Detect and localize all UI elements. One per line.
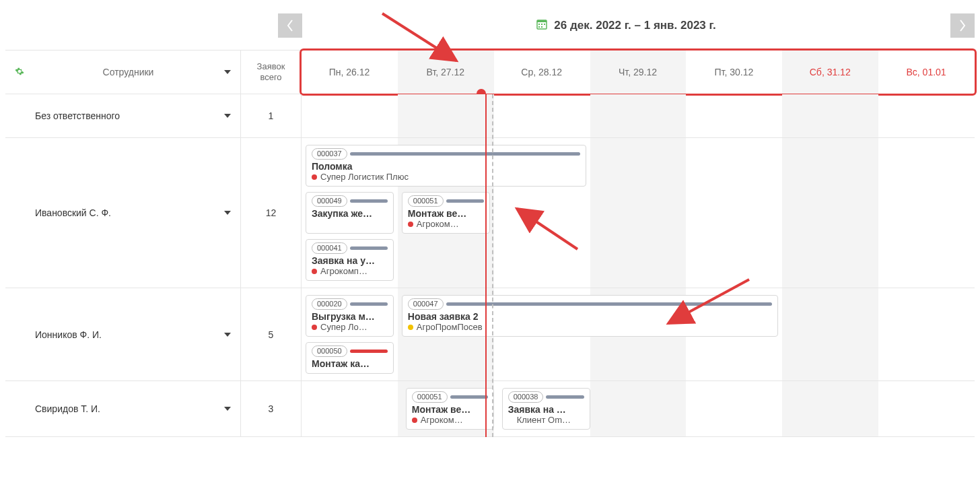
day-header-6[interactable]: Вс, 01.01: [878, 51, 975, 94]
task-client: Агрокомп…: [312, 266, 388, 276]
task-progress-bar: [350, 350, 388, 353]
employee-row-header[interactable]: Свиридов Т. И.: [5, 381, 241, 436]
day-header-2[interactable]: Ср, 28.12: [494, 51, 590, 94]
day-header-3[interactable]: Чт, 29.12: [590, 51, 687, 94]
task-card[interactable]: 000047 Новая заявка 2 АгроПромПосев: [402, 295, 778, 337]
caret-down-icon[interactable]: [224, 407, 231, 411]
employee-task-count: 12: [241, 138, 302, 288]
employee-task-count: 1: [241, 94, 302, 137]
employee-name: Без ответственного: [15, 110, 120, 121]
task-client: Супер Логистик Плюс: [312, 172, 580, 182]
svg-rect-6: [541, 26, 542, 28]
task-title: Выгрузка м…: [312, 311, 388, 322]
task-title: Заявка на у…: [312, 255, 388, 266]
task-id: 000020: [312, 298, 347, 310]
svg-rect-2: [538, 24, 540, 25]
caret-down-icon[interactable]: [224, 114, 231, 118]
total-column-header: Заявоквсего: [241, 51, 302, 94]
task-client: Супер Ло…: [312, 322, 388, 332]
prev-week-button[interactable]: [278, 13, 302, 38]
task-title: Монтаж ве…: [412, 404, 488, 415]
employee-row-header[interactable]: Без ответственного: [5, 94, 241, 137]
employee-name: Ионников Ф. И.: [15, 329, 102, 340]
task-progress-bar: [350, 302, 388, 306]
caret-down-icon[interactable]: [224, 211, 231, 215]
task-title: Монтаж ве…: [408, 208, 484, 219]
task-id: 000038: [508, 391, 544, 403]
task-id: 000051: [412, 391, 448, 403]
svg-rect-1: [537, 20, 547, 22]
task-card[interactable]: 000020 Выгрузка м… Супер Ло…: [306, 295, 394, 337]
date-range-text: 26 дек. 2022 г. – 1 янв. 2023 г.: [554, 19, 715, 32]
employee-task-count: 5: [241, 288, 302, 380]
task-client: Клиент Om…: [508, 415, 584, 425]
task-card[interactable]: 000050 Монтаж ка…: [306, 342, 394, 374]
task-id: 000049: [312, 195, 347, 207]
caret-down-icon[interactable]: [224, 70, 231, 74]
task-title: Заявка на …: [508, 404, 584, 415]
task-title: Монтаж ка…: [312, 358, 388, 369]
employees-column-header[interactable]: Сотрудники: [5, 51, 241, 94]
employee-lane: 000020 Выгрузка м… Супер Ло… 000047 Нова…: [302, 288, 975, 380]
task-progress-bar: [446, 302, 773, 306]
task-title: Поломка: [312, 161, 580, 172]
date-range-label[interactable]: 26 дек. 2022 г. – 1 янв. 2023 г.: [302, 19, 950, 32]
task-card[interactable]: 000038 Заявка на … Клиент Om…: [502, 388, 590, 430]
task-title: Закупка же…: [312, 208, 388, 219]
day-header-5[interactable]: Сб, 31.12: [782, 51, 878, 94]
day-header-0[interactable]: Пн, 26.12: [302, 51, 398, 94]
task-client: Агроком…: [412, 415, 488, 425]
task-id: 000050: [312, 345, 347, 357]
caret-down-icon[interactable]: [224, 333, 231, 337]
employees-title: Сотрудники: [32, 67, 224, 77]
task-card[interactable]: 000051 Монтаж ве… Агроком…: [406, 388, 494, 430]
gear-icon[interactable]: [15, 67, 24, 78]
task-progress-bar: [350, 246, 388, 250]
task-card[interactable]: 000051 Монтаж ве… Агроком…: [402, 192, 490, 234]
employee-name: Ивановский С. Ф.: [15, 207, 111, 218]
task-progress-bar: [450, 395, 488, 399]
task-title: Новая заявка 2: [408, 311, 772, 322]
employee-lane: 000037 Поломка Супер Логистик Плюс 00004…: [302, 138, 975, 288]
employee-name: Свиридов Т. И.: [15, 403, 100, 414]
task-progress-bar: [546, 395, 584, 399]
employee-task-count: 3: [241, 381, 302, 436]
employee-lane: [302, 94, 975, 137]
employee-row-header[interactable]: Ионников Ф. И.: [5, 288, 241, 380]
employee-row-header[interactable]: Ивановский С. Ф.: [5, 138, 241, 288]
days-header: Пн, 26.12Вт, 27.12Ср, 28.12Чт, 29.12Пт, …: [302, 51, 975, 94]
task-progress-bar: [446, 199, 484, 203]
task-id: 000041: [312, 242, 347, 254]
task-id: 000051: [408, 195, 444, 207]
svg-rect-5: [538, 26, 540, 28]
calendar-icon: [536, 19, 547, 32]
svg-rect-4: [544, 24, 545, 25]
task-progress-bar: [350, 152, 580, 156]
task-id: 000037: [312, 148, 347, 160]
day-header-1[interactable]: Вт, 27.12: [398, 51, 494, 94]
task-client: Агроком…: [408, 219, 484, 229]
task-progress-bar: [350, 199, 388, 203]
task-client: АгроПромПосев: [408, 322, 772, 332]
task-card[interactable]: 000041 Заявка на у… Агрокомп…: [306, 239, 394, 281]
task-id: 000047: [408, 298, 444, 310]
task-card[interactable]: 000049 Закупка же…: [306, 192, 394, 234]
next-week-button[interactable]: [950, 13, 975, 38]
svg-rect-3: [541, 24, 542, 25]
employee-lane: 000051 Монтаж ве… Агроком… 000038 Заявка…: [302, 381, 975, 436]
day-header-4[interactable]: Пт, 30.12: [686, 51, 782, 94]
task-card[interactable]: 000037 Поломка Супер Логистик Плюс: [306, 145, 586, 187]
